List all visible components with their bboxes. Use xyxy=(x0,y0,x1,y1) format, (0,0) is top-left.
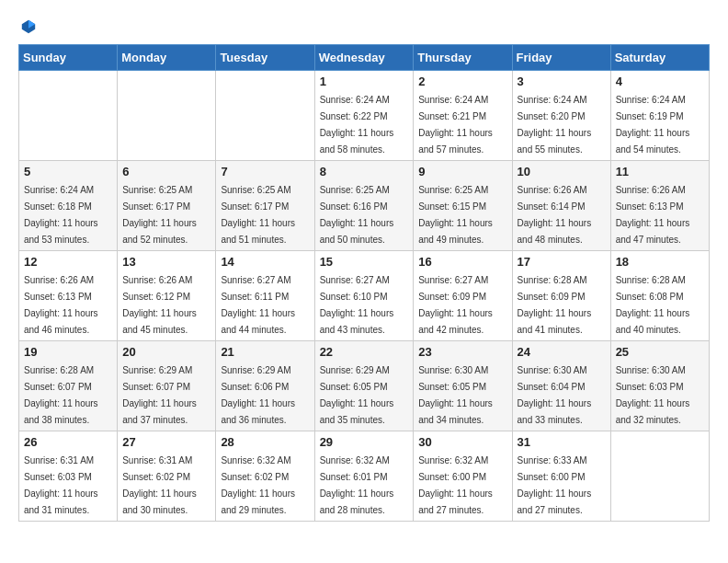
calendar-cell: 22Sunrise: 6:29 AM Sunset: 6:05 PM Dayli… xyxy=(314,341,414,431)
calendar-cell: 13Sunrise: 6:26 AM Sunset: 6:12 PM Dayli… xyxy=(118,251,216,341)
calendar-cell: 19Sunrise: 6:28 AM Sunset: 6:07 PM Dayli… xyxy=(19,341,118,431)
calendar-cell: 23Sunrise: 6:30 AM Sunset: 6:05 PM Dayli… xyxy=(414,341,512,431)
day-number: 30 xyxy=(418,435,506,449)
day-number: 20 xyxy=(122,345,210,359)
day-number: 15 xyxy=(320,255,409,269)
calendar-cell: 25Sunrise: 6:30 AM Sunset: 6:03 PM Dayli… xyxy=(610,341,709,431)
day-of-week-header: Monday xyxy=(118,45,216,71)
day-info: Sunrise: 6:28 AM Sunset: 6:07 PM Dayligh… xyxy=(24,365,98,425)
calendar-cell: 30Sunrise: 6:32 AM Sunset: 6:00 PM Dayli… xyxy=(414,431,512,522)
day-info: Sunrise: 6:30 AM Sunset: 6:03 PM Dayligh… xyxy=(616,365,690,425)
calendar-cell: 6Sunrise: 6:25 AM Sunset: 6:17 PM Daylig… xyxy=(118,161,216,251)
day-of-week-header: Friday xyxy=(512,45,610,71)
calendar-cell: 1Sunrise: 6:24 AM Sunset: 6:22 PM Daylig… xyxy=(314,71,414,161)
calendar-header-row: SundayMondayTuesdayWednesdayThursdayFrid… xyxy=(19,45,710,71)
day-number: 31 xyxy=(518,435,606,449)
day-number: 25 xyxy=(616,345,704,359)
calendar-cell: 28Sunrise: 6:32 AM Sunset: 6:02 PM Dayli… xyxy=(216,431,314,522)
calendar-cell: 21Sunrise: 6:29 AM Sunset: 6:06 PM Dayli… xyxy=(216,341,314,431)
calendar-cell: 11Sunrise: 6:26 AM Sunset: 6:13 PM Dayli… xyxy=(610,161,709,251)
day-info: Sunrise: 6:24 AM Sunset: 6:18 PM Dayligh… xyxy=(24,185,98,245)
calendar-week-row: 19Sunrise: 6:28 AM Sunset: 6:07 PM Dayli… xyxy=(19,341,710,431)
day-number: 5 xyxy=(24,165,112,178)
day-info: Sunrise: 6:30 AM Sunset: 6:05 PM Dayligh… xyxy=(418,365,493,425)
day-number: 14 xyxy=(221,255,309,269)
day-info: Sunrise: 6:25 AM Sunset: 6:17 PM Dayligh… xyxy=(221,185,295,245)
calendar-cell: 4Sunrise: 6:24 AM Sunset: 6:19 PM Daylig… xyxy=(610,71,709,161)
day-number: 29 xyxy=(320,435,409,449)
calendar-cell: 15Sunrise: 6:27 AM Sunset: 6:10 PM Dayli… xyxy=(314,251,414,341)
day-info: Sunrise: 6:25 AM Sunset: 6:17 PM Dayligh… xyxy=(122,185,197,245)
calendar-cell: 16Sunrise: 6:27 AM Sunset: 6:09 PM Dayli… xyxy=(414,251,512,341)
calendar-cell xyxy=(118,71,216,161)
calendar-cell: 14Sunrise: 6:27 AM Sunset: 6:11 PM Dayli… xyxy=(216,251,314,341)
day-number: 23 xyxy=(418,345,506,359)
day-number: 9 xyxy=(418,165,506,178)
calendar-cell: 27Sunrise: 6:31 AM Sunset: 6:02 PM Dayli… xyxy=(118,431,216,522)
day-info: Sunrise: 6:28 AM Sunset: 6:08 PM Dayligh… xyxy=(616,275,690,335)
day-number: 21 xyxy=(221,345,309,359)
day-info: Sunrise: 6:26 AM Sunset: 6:12 PM Dayligh… xyxy=(122,275,197,335)
day-number: 1 xyxy=(320,75,409,88)
day-info: Sunrise: 6:29 AM Sunset: 6:05 PM Dayligh… xyxy=(320,365,394,425)
day-number: 17 xyxy=(518,255,606,269)
day-number: 27 xyxy=(122,435,210,449)
day-info: Sunrise: 6:32 AM Sunset: 6:00 PM Dayligh… xyxy=(418,455,493,515)
calendar-cell: 12Sunrise: 6:26 AM Sunset: 6:13 PM Dayli… xyxy=(19,251,118,341)
day-number: 18 xyxy=(616,255,704,269)
logo-icon xyxy=(20,18,37,35)
calendar-cell xyxy=(610,431,709,522)
day-number: 7 xyxy=(221,165,309,178)
day-number: 3 xyxy=(518,75,606,88)
day-of-week-header: Sunday xyxy=(19,45,118,71)
logo xyxy=(18,18,37,35)
day-info: Sunrise: 6:30 AM Sunset: 6:04 PM Dayligh… xyxy=(518,365,592,425)
day-of-week-header: Wednesday xyxy=(314,45,414,71)
calendar-cell: 9Sunrise: 6:25 AM Sunset: 6:15 PM Daylig… xyxy=(414,161,512,251)
day-number: 24 xyxy=(518,345,606,359)
day-info: Sunrise: 6:31 AM Sunset: 6:03 PM Dayligh… xyxy=(24,455,98,515)
day-info: Sunrise: 6:24 AM Sunset: 6:21 PM Dayligh… xyxy=(418,95,493,155)
page-header xyxy=(18,18,710,35)
day-number: 26 xyxy=(24,435,112,449)
day-number: 8 xyxy=(320,165,409,178)
calendar-cell: 10Sunrise: 6:26 AM Sunset: 6:14 PM Dayli… xyxy=(512,161,610,251)
calendar-cell: 29Sunrise: 6:32 AM Sunset: 6:01 PM Dayli… xyxy=(314,431,414,522)
day-info: Sunrise: 6:31 AM Sunset: 6:02 PM Dayligh… xyxy=(122,455,197,515)
day-info: Sunrise: 6:32 AM Sunset: 6:02 PM Dayligh… xyxy=(221,455,295,515)
day-number: 19 xyxy=(24,345,112,359)
day-of-week-header: Thursday xyxy=(414,45,512,71)
day-info: Sunrise: 6:27 AM Sunset: 6:09 PM Dayligh… xyxy=(418,275,493,335)
calendar-week-row: 12Sunrise: 6:26 AM Sunset: 6:13 PM Dayli… xyxy=(19,251,710,341)
day-number: 13 xyxy=(122,255,210,269)
calendar-cell xyxy=(216,71,314,161)
calendar-cell: 5Sunrise: 6:24 AM Sunset: 6:18 PM Daylig… xyxy=(19,161,118,251)
calendar-cell xyxy=(19,71,118,161)
day-info: Sunrise: 6:29 AM Sunset: 6:06 PM Dayligh… xyxy=(221,365,295,425)
day-info: Sunrise: 6:29 AM Sunset: 6:07 PM Dayligh… xyxy=(122,365,197,425)
day-number: 12 xyxy=(24,255,112,269)
day-info: Sunrise: 6:27 AM Sunset: 6:11 PM Dayligh… xyxy=(221,275,295,335)
day-info: Sunrise: 6:25 AM Sunset: 6:16 PM Dayligh… xyxy=(320,185,394,245)
calendar-cell: 3Sunrise: 6:24 AM Sunset: 6:20 PM Daylig… xyxy=(512,71,610,161)
calendar-week-row: 5Sunrise: 6:24 AM Sunset: 6:18 PM Daylig… xyxy=(19,161,710,251)
day-number: 11 xyxy=(616,165,704,178)
day-info: Sunrise: 6:26 AM Sunset: 6:13 PM Dayligh… xyxy=(616,185,690,245)
day-info: Sunrise: 6:24 AM Sunset: 6:19 PM Dayligh… xyxy=(616,95,690,155)
day-info: Sunrise: 6:26 AM Sunset: 6:13 PM Dayligh… xyxy=(24,275,98,335)
calendar-cell: 20Sunrise: 6:29 AM Sunset: 6:07 PM Dayli… xyxy=(118,341,216,431)
calendar-cell: 18Sunrise: 6:28 AM Sunset: 6:08 PM Dayli… xyxy=(610,251,709,341)
day-number: 6 xyxy=(122,165,210,178)
calendar-cell: 7Sunrise: 6:25 AM Sunset: 6:17 PM Daylig… xyxy=(216,161,314,251)
calendar-week-row: 1Sunrise: 6:24 AM Sunset: 6:22 PM Daylig… xyxy=(19,71,710,161)
day-info: Sunrise: 6:28 AM Sunset: 6:09 PM Dayligh… xyxy=(518,275,592,335)
calendar-week-row: 26Sunrise: 6:31 AM Sunset: 6:03 PM Dayli… xyxy=(19,431,710,522)
day-number: 22 xyxy=(320,345,409,359)
day-number: 10 xyxy=(518,165,606,178)
calendar-cell: 26Sunrise: 6:31 AM Sunset: 6:03 PM Dayli… xyxy=(19,431,118,522)
calendar-table: SundayMondayTuesdayWednesdayThursdayFrid… xyxy=(18,44,710,522)
day-of-week-header: Saturday xyxy=(610,45,709,71)
day-info: Sunrise: 6:25 AM Sunset: 6:15 PM Dayligh… xyxy=(418,185,493,245)
calendar-cell: 8Sunrise: 6:25 AM Sunset: 6:16 PM Daylig… xyxy=(314,161,414,251)
day-info: Sunrise: 6:24 AM Sunset: 6:22 PM Dayligh… xyxy=(320,95,394,155)
